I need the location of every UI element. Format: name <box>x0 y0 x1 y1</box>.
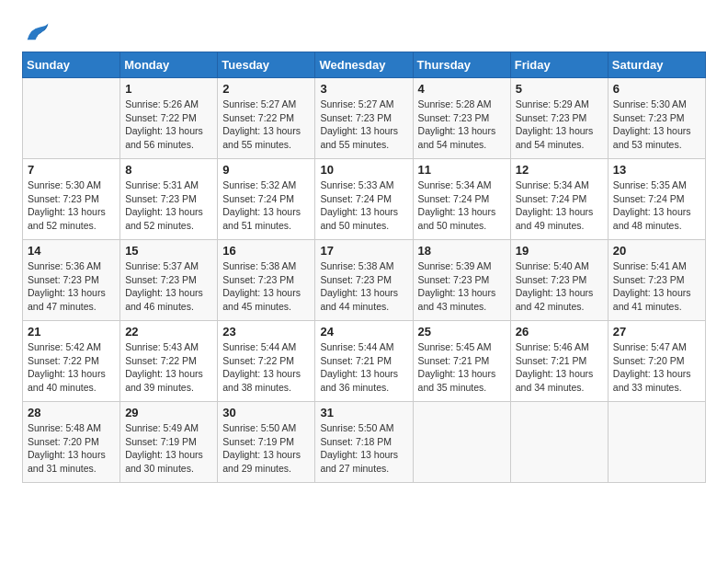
calendar-cell: 6Sunrise: 5:30 AMSunset: 7:23 PMDaylight… <box>608 78 705 159</box>
cell-line: Daylight: 13 hours <box>516 367 603 381</box>
cell-content: Sunrise: 5:40 AMSunset: 7:23 PMDaylight:… <box>516 259 603 314</box>
cell-line: and 52 minutes. <box>28 219 115 233</box>
cell-line: Sunrise: 5:27 AM <box>222 98 310 111</box>
cell-line: Sunset: 7:20 PM <box>613 354 700 368</box>
cell-content: Sunrise: 5:32 AMSunset: 7:24 PMDaylight:… <box>222 178 310 233</box>
cell-line: Daylight: 13 hours <box>222 124 310 138</box>
cell-line: and 52 minutes. <box>125 219 212 233</box>
cell-content: Sunrise: 5:38 AMSunset: 7:23 PMDaylight:… <box>222 259 310 314</box>
calendar-cell: 20Sunrise: 5:41 AMSunset: 7:23 PMDayligh… <box>608 240 705 321</box>
cell-line: Daylight: 13 hours <box>222 367 310 381</box>
cell-line: and 56 minutes. <box>125 138 212 152</box>
cell-content: Sunrise: 5:38 AMSunset: 7:23 PMDaylight:… <box>320 259 407 314</box>
day-number: 29 <box>125 406 212 419</box>
cell-content: Sunrise: 5:34 AMSunset: 7:24 PMDaylight:… <box>418 178 506 233</box>
cell-line: Sunrise: 5:36 AM <box>28 259 115 273</box>
cell-line: Sunset: 7:21 PM <box>516 354 603 368</box>
cell-line: Daylight: 13 hours <box>320 448 407 462</box>
calendar-cell: 28Sunrise: 5:48 AMSunset: 7:20 PMDayligh… <box>23 402 120 483</box>
cell-line: and 47 minutes. <box>28 300 115 314</box>
calendar-cell <box>510 402 608 483</box>
day-number: 2 <box>222 82 310 96</box>
cell-line: Sunset: 7:22 PM <box>28 354 115 368</box>
calendar-cell <box>608 402 705 483</box>
calendar-cell <box>23 78 120 159</box>
calendar-cell: 12Sunrise: 5:34 AMSunset: 7:24 PMDayligh… <box>510 159 608 240</box>
cell-line: Sunset: 7:23 PM <box>516 111 603 125</box>
cell-line: Sunrise: 5:50 AM <box>222 421 310 435</box>
cell-line: Daylight: 13 hours <box>613 286 700 300</box>
cell-line: Sunrise: 5:28 AM <box>418 98 506 111</box>
calendar-cell: 18Sunrise: 5:39 AMSunset: 7:23 PMDayligh… <box>413 240 510 321</box>
cell-line: and 44 minutes. <box>320 300 407 314</box>
cell-content: Sunrise: 5:30 AMSunset: 7:23 PMDaylight:… <box>28 178 115 233</box>
cell-line: Daylight: 13 hours <box>28 205 115 219</box>
cell-line: Sunrise: 5:46 AM <box>516 340 603 354</box>
cell-line: Sunrise: 5:50 AM <box>320 421 407 435</box>
cell-line: and 35 minutes. <box>418 381 506 395</box>
calendar-week-row: 21Sunrise: 5:42 AMSunset: 7:22 PMDayligh… <box>23 321 706 402</box>
cell-line: and 27 minutes. <box>320 462 407 476</box>
calendar-cell: 7Sunrise: 5:30 AMSunset: 7:23 PMDaylight… <box>23 159 120 240</box>
cell-line: Sunrise: 5:45 AM <box>418 340 506 354</box>
cell-line: Daylight: 13 hours <box>418 367 506 381</box>
calendar-cell: 16Sunrise: 5:38 AMSunset: 7:23 PMDayligh… <box>218 240 315 321</box>
calendar-cell: 5Sunrise: 5:29 AMSunset: 7:23 PMDaylight… <box>510 78 608 159</box>
day-number: 25 <box>418 325 506 339</box>
calendar-week-row: 28Sunrise: 5:48 AMSunset: 7:20 PMDayligh… <box>23 402 706 483</box>
cell-line: and 46 minutes. <box>125 300 212 314</box>
cell-line: Sunset: 7:23 PM <box>320 273 407 287</box>
calendar-cell: 3Sunrise: 5:27 AMSunset: 7:23 PMDaylight… <box>315 78 413 159</box>
cell-line: Sunset: 7:23 PM <box>222 273 310 287</box>
cell-line: and 54 minutes. <box>516 138 603 152</box>
cell-line: Daylight: 13 hours <box>613 205 700 219</box>
day-number: 21 <box>28 325 115 339</box>
calendar-cell: 2Sunrise: 5:27 AMSunset: 7:22 PMDaylight… <box>218 78 315 159</box>
cell-content: Sunrise: 5:26 AMSunset: 7:22 PMDaylight:… <box>125 98 212 152</box>
cell-content: Sunrise: 5:37 AMSunset: 7:23 PMDaylight:… <box>125 259 212 314</box>
cell-content: Sunrise: 5:39 AMSunset: 7:23 PMDaylight:… <box>418 259 506 314</box>
day-number: 17 <box>320 244 407 258</box>
cell-line: and 36 minutes. <box>320 381 407 395</box>
cell-line: Daylight: 13 hours <box>320 205 407 219</box>
page-header <box>22 18 706 42</box>
cell-line: Daylight: 13 hours <box>125 448 212 462</box>
calendar-cell: 19Sunrise: 5:40 AMSunset: 7:23 PMDayligh… <box>510 240 608 321</box>
day-number: 31 <box>320 406 407 419</box>
cell-line: Daylight: 13 hours <box>222 286 310 300</box>
day-number: 28 <box>28 406 115 419</box>
cell-content: Sunrise: 5:36 AMSunset: 7:23 PMDaylight:… <box>28 259 115 314</box>
calendar-cell: 17Sunrise: 5:38 AMSunset: 7:23 PMDayligh… <box>315 240 413 321</box>
calendar-table: SundayMondayTuesdayWednesdayThursdayFrid… <box>22 52 706 483</box>
cell-line: Daylight: 13 hours <box>418 124 506 138</box>
cell-content: Sunrise: 5:27 AMSunset: 7:23 PMDaylight:… <box>320 98 407 152</box>
day-number: 1 <box>125 82 212 96</box>
cell-line: Daylight: 13 hours <box>418 205 506 219</box>
cell-line: Sunrise: 5:39 AM <box>418 259 506 273</box>
cell-line: Sunset: 7:23 PM <box>516 273 603 287</box>
day-number: 7 <box>28 163 115 177</box>
cell-line: and 31 minutes. <box>28 462 115 476</box>
cell-line: Daylight: 13 hours <box>28 448 115 462</box>
cell-line: Daylight: 13 hours <box>613 124 700 138</box>
weekday-header: Sunday <box>23 52 120 78</box>
cell-line: Sunset: 7:22 PM <box>125 111 212 125</box>
cell-line: Sunrise: 5:38 AM <box>320 259 407 273</box>
cell-line: Sunset: 7:21 PM <box>320 354 407 368</box>
cell-line: Sunset: 7:23 PM <box>125 192 212 206</box>
cell-line: Sunrise: 5:31 AM <box>125 178 212 192</box>
cell-content: Sunrise: 5:50 AMSunset: 7:19 PMDaylight:… <box>222 421 310 476</box>
day-number: 26 <box>516 325 603 339</box>
day-number: 22 <box>125 325 212 339</box>
day-number: 13 <box>613 163 700 177</box>
cell-line: Sunset: 7:23 PM <box>28 192 115 206</box>
cell-content: Sunrise: 5:47 AMSunset: 7:20 PMDaylight:… <box>613 340 700 395</box>
cell-line: Sunrise: 5:27 AM <box>320 98 407 111</box>
cell-line: Sunset: 7:24 PM <box>320 192 407 206</box>
cell-line: Sunset: 7:22 PM <box>125 354 212 368</box>
cell-content: Sunrise: 5:43 AMSunset: 7:22 PMDaylight:… <box>125 340 212 395</box>
cell-content: Sunrise: 5:28 AMSunset: 7:23 PMDaylight:… <box>418 98 506 152</box>
cell-line: Daylight: 13 hours <box>516 286 603 300</box>
cell-line: and 42 minutes. <box>516 300 603 314</box>
day-number: 9 <box>222 163 310 177</box>
